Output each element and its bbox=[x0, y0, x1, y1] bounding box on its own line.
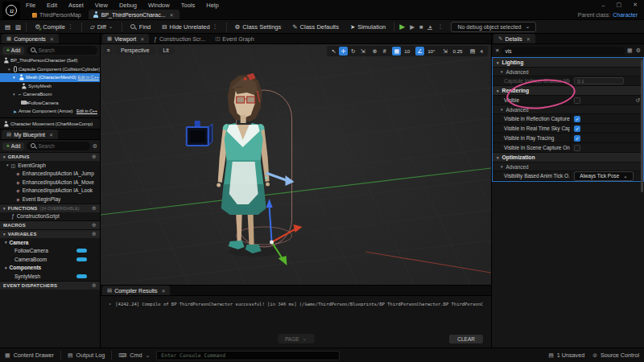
close-icon[interactable]: ✕ bbox=[633, 2, 638, 8]
save-icon[interactable]: ▤ bbox=[5, 23, 10, 31]
tree-row-followcamera[interactable]: FollowCamera bbox=[0, 99, 100, 108]
event-graph-tab[interactable]: ◫ Event Graph bbox=[210, 34, 258, 43]
edit-in-cpp-link[interactable]: Edit in C++ bbox=[78, 75, 100, 80]
console-command-input[interactable] bbox=[156, 351, 340, 360]
compile-options-icon[interactable]: ⋮ bbox=[68, 23, 73, 30]
camera-speed-value[interactable]: 4 bbox=[478, 48, 485, 54]
rotate-tool-icon[interactable]: ↻ bbox=[349, 47, 357, 56]
play-options-icon[interactable]: ⋮ bbox=[437, 23, 443, 30]
debug-object-dropdown[interactable]: No debug object selected ⌄ bbox=[451, 22, 536, 32]
anim-tick-dropdown[interactable]: Always Tick Pose ⌄ bbox=[574, 171, 633, 181]
viewport-close-icon[interactable]: ✕ bbox=[140, 36, 144, 42]
compile-button[interactable]: ⚙▶✓ Compile ⋮ bbox=[31, 23, 76, 31]
details-scrollbar[interactable] bbox=[641, 60, 643, 192]
details-tab[interactable]: ✎ Details ✕ bbox=[493, 34, 535, 43]
menu-view[interactable]: View bbox=[95, 2, 108, 9]
scale-tool-icon[interactable]: ⇲ bbox=[358, 47, 367, 56]
surface-snap-icon[interactable]: # bbox=[380, 47, 389, 56]
coordinate-system-icon[interactable]: ⊕ bbox=[370, 47, 379, 56]
parent-class-link[interactable]: Character bbox=[613, 12, 638, 18]
category-rendering[interactable]: ▾ Rendering bbox=[493, 86, 643, 96]
compiler-close-icon[interactable]: ✕ bbox=[161, 288, 165, 294]
details-settings-icon[interactable]: ⚙ bbox=[636, 47, 641, 54]
my-blueprint-add-button[interactable]: + Add bbox=[2, 142, 24, 150]
frame-skip-button[interactable]: ▶ bbox=[410, 23, 415, 31]
viewport-tab[interactable]: ▦ Viewport ✕ bbox=[102, 34, 149, 43]
perspective-button[interactable]: Perspective bbox=[115, 47, 155, 55]
graphs-section-header[interactable]: ▾ GRAPHS ⊕ bbox=[0, 152, 100, 161]
components-add-button[interactable]: + Add bbox=[2, 47, 24, 55]
cmd-dropdown[interactable]: ⌨ Cmd ⌄ bbox=[118, 352, 150, 359]
event-node-row[interactable]: ◈ EnhancedInputAction IA_Look bbox=[0, 187, 100, 195]
rotation-snap-icon[interactable]: ∠ bbox=[415, 47, 424, 56]
content-drawer-button[interactable]: ▦ Content Drawer bbox=[5, 352, 54, 359]
expander-icon[interactable]: ▾ bbox=[13, 92, 17, 97]
scale-snap-value[interactable]: 0.25 bbox=[451, 48, 465, 54]
play-button[interactable]: ▶ bbox=[399, 23, 405, 31]
functions-section-header[interactable]: ▾ FUNCTIONS (34 OVERRIDABLE) ⊕ bbox=[0, 204, 100, 212]
macros-section-header[interactable]: MACROS ⊕ bbox=[0, 220, 100, 229]
compiler-results-tab[interactable]: ▤ Compiler Results ✕ bbox=[102, 286, 170, 295]
category-optimization[interactable]: ▾ Optimization bbox=[493, 153, 643, 162]
details-search-input[interactable] bbox=[505, 48, 621, 54]
subcategory-advanced[interactable]: ▾ Advanced bbox=[493, 68, 643, 76]
subcategory-advanced[interactable]: ▾ Advanced bbox=[493, 162, 643, 171]
event-node-row[interactable]: ◈ Event BeginPlay bbox=[0, 195, 100, 204]
my-blueprint-tab[interactable]: ▤ My Blueprint ✕ bbox=[2, 130, 58, 139]
menu-file[interactable]: File bbox=[26, 2, 35, 9]
event-node-row[interactable]: ◈ EnhancedInputAction IA_Jump bbox=[0, 170, 100, 179]
grid-snap-value[interactable]: 10 bbox=[402, 48, 412, 54]
expander-icon[interactable]: ▾ bbox=[8, 67, 12, 72]
tree-row-syntymesh[interactable]: SyntyMesh bbox=[0, 82, 100, 91]
camera-speed-icon[interactable]: ▤ bbox=[469, 47, 477, 56]
checkbox[interactable] bbox=[574, 125, 580, 132]
tree-row-charmove[interactable]: Character Movement (CharMoveComp) bbox=[0, 120, 100, 129]
lit-button[interactable]: Lit bbox=[158, 47, 175, 55]
checkbox[interactable] bbox=[574, 116, 580, 122]
reset-to-default-icon[interactable]: ↺ bbox=[635, 97, 640, 104]
my-blueprint-search[interactable] bbox=[27, 142, 89, 150]
subcategory-advanced[interactable]: ▾ Advanced bbox=[493, 105, 643, 114]
hide-unrelated-button[interactable]: ⊟ Hide Unrelated ⋮ bbox=[159, 23, 221, 31]
unsaved-button[interactable]: ▤ 1 Unsaved bbox=[548, 352, 584, 359]
diff-button[interactable]: ▱ Diff ⌄ bbox=[87, 23, 117, 31]
tree-row-capsule[interactable]: ▾ Capsule Component (CollisionCylinder) bbox=[0, 65, 100, 74]
output-log-button[interactable]: ▤ Output Log bbox=[68, 352, 105, 359]
grid-snap-icon[interactable]: ▦ bbox=[392, 47, 401, 56]
menu-asset[interactable]: Asset bbox=[68, 2, 84, 9]
select-tool-icon[interactable]: ↖ bbox=[329, 47, 338, 56]
variable-row-syntymesh[interactable]: SyntyMesh bbox=[0, 272, 100, 281]
page-dropdown[interactable]: PAGE ⌄ bbox=[278, 334, 314, 343]
variable-row-cameraboom[interactable]: CameraBoom bbox=[0, 255, 100, 264]
viewport-menu-icon[interactable]: ≡ bbox=[104, 46, 113, 55]
construction-script-row[interactable]: ƒ ConstructionScript bbox=[0, 212, 100, 221]
viewport-canvas[interactable]: ≡ Perspective Lit ↖ ✛ ↻ ⇲ ⊕ # bbox=[101, 44, 491, 285]
menu-window[interactable]: Window bbox=[148, 2, 170, 9]
class-settings-button[interactable]: ⚙ Class Settings bbox=[232, 23, 285, 31]
tree-row-mesh[interactable]: ▾ Mesh (CharacterMesh0) Edit in C++ bbox=[0, 73, 100, 82]
unreal-logo[interactable]: u bbox=[2, 2, 20, 19]
scale-snap-icon[interactable]: ⇲ bbox=[441, 47, 450, 56]
add-dispatcher-icon[interactable]: ⊕ bbox=[92, 282, 97, 289]
variable-category-camera[interactable]: ▾ Camera bbox=[0, 238, 100, 247]
display-filter-icon[interactable]: ▦ bbox=[627, 47, 633, 54]
event-dispatchers-section-header[interactable]: EVENT DISPATCHERS ⊕ bbox=[0, 281, 100, 290]
components-close-icon[interactable]: ✕ bbox=[50, 36, 54, 42]
components-tab[interactable]: ▦ Components ✕ bbox=[2, 34, 59, 43]
expander-icon[interactable]: ▾ bbox=[13, 75, 17, 80]
details-close-icon[interactable]: ✕ bbox=[526, 36, 530, 42]
menu-tools[interactable]: Tools bbox=[181, 2, 196, 9]
menu-debug[interactable]: Debug bbox=[119, 2, 137, 9]
eject-button[interactable]: ▲ bbox=[427, 24, 432, 30]
variable-row-followcamera[interactable]: FollowCamera bbox=[0, 247, 100, 256]
add-graph-icon[interactable]: ⊕ bbox=[92, 154, 97, 160]
tree-row-cameraboom[interactable]: ▾ ⌐ CameraBoom bbox=[0, 90, 100, 99]
tab-close-icon[interactable]: ✕ bbox=[170, 12, 174, 18]
details-search[interactable] bbox=[502, 47, 625, 56]
variables-section-header[interactable]: ▾ VARIABLES ⊕ bbox=[0, 229, 100, 238]
visible-checkbox[interactable] bbox=[574, 97, 580, 104]
add-macro-icon[interactable]: ⊕ bbox=[92, 222, 97, 228]
hide-unrelated-options-icon[interactable]: ⋮ bbox=[213, 23, 218, 30]
components-search[interactable] bbox=[27, 46, 97, 55]
my-blueprint-close-icon[interactable]: ✕ bbox=[49, 132, 53, 138]
